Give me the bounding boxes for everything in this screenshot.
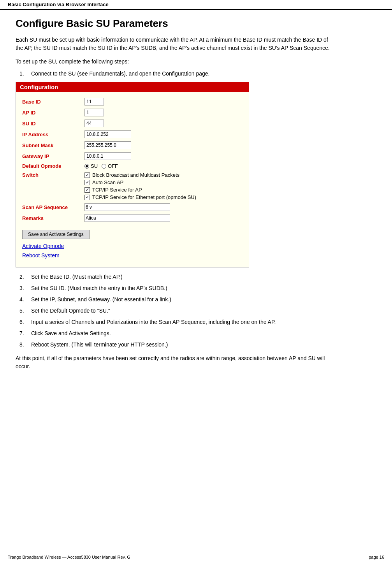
- gateway-ip-row: Gateway IP: [22, 152, 243, 160]
- base-id-label: Base ID: [22, 99, 84, 105]
- step-3: 3. Set the SU ID. (Must match the entry …: [16, 284, 376, 292]
- reboot-system-link-row: Reboot System: [22, 252, 243, 259]
- step-7: 7. Click Save and Activate Settings.: [16, 329, 376, 338]
- step-2-text: Set the Base ID. (Must match the AP.): [31, 273, 123, 281]
- subnet-mask-input[interactable]: [84, 141, 131, 149]
- gateway-ip-input[interactable]: [84, 152, 131, 160]
- config-box: Configuration Base ID AP ID SU ID IP Add…: [16, 82, 249, 267]
- steps-list: 2. Set the Base ID. (Must match the AP.)…: [16, 273, 376, 349]
- step-6-num: 6.: [16, 318, 31, 326]
- config-box-header: Configuration: [16, 82, 249, 92]
- step-6-text: Input a series of Channels and Polarizat…: [31, 318, 276, 326]
- step-6: 6. Input a series of Channels and Polari…: [16, 318, 376, 326]
- config-body: Base ID AP ID SU ID IP Address Subnet Ma…: [16, 92, 249, 267]
- su-id-label: SU ID: [22, 121, 84, 127]
- ap-id-label: AP ID: [22, 110, 84, 116]
- switch-check-2[interactable]: Auto Scan AP: [84, 179, 196, 185]
- activate-opmode-link-row: Activate Opmode: [22, 243, 243, 249]
- su-id-row: SU ID: [22, 120, 243, 127]
- intro-paragraph-2: To set up the SU, complete the following…: [16, 58, 335, 66]
- check-broadcast[interactable]: [84, 172, 90, 178]
- opmode-off-label: OFF: [108, 163, 118, 169]
- scan-ap-row: Scan AP Sequence: [22, 203, 243, 211]
- opmode-off-radio[interactable]: [102, 164, 106, 169]
- remarks-row: Remarks: [22, 214, 243, 222]
- subnet-mask-row: Subnet Mask: [22, 141, 243, 149]
- step-8-text: Reboot System. (This will terminate your…: [31, 341, 168, 349]
- switch-row: Switch Block Broadcast and Multicast Pac…: [22, 172, 243, 200]
- step-7-num: 7.: [16, 329, 31, 338]
- opmode-su-option[interactable]: SU: [84, 163, 98, 169]
- step-2-num: 2.: [16, 273, 31, 281]
- gateway-ip-label: Gateway IP: [22, 153, 84, 159]
- opmode-off-option[interactable]: OFF: [102, 163, 118, 169]
- ap-id-row: AP ID: [22, 109, 243, 116]
- step-1-num: 1.: [16, 70, 31, 78]
- activate-opmode-link[interactable]: Activate Opmode: [22, 243, 64, 249]
- check-tcpip-eth[interactable]: [84, 195, 90, 200]
- default-opmode-label: Default Opmode: [22, 163, 84, 169]
- opmode-radio-group: SU OFF: [84, 163, 118, 169]
- base-id-input[interactable]: [84, 98, 104, 106]
- step-5-text: Set the Default Opmode to "SU.": [31, 307, 110, 315]
- step-3-num: 3.: [16, 284, 31, 292]
- subnet-mask-label: Subnet Mask: [22, 142, 84, 148]
- switch-checkboxes: Block Broadcast and Multicast Packets Au…: [84, 172, 196, 200]
- step-3-text: Set the SU ID. (Must match the entry in …: [31, 284, 167, 292]
- save-activate-button[interactable]: Save and Activate Settings: [22, 230, 90, 239]
- opmode-su-radio[interactable]: [84, 164, 89, 169]
- reboot-system-link[interactable]: Reboot System: [22, 252, 60, 259]
- save-button-container: Save and Activate Settings: [22, 226, 243, 239]
- check-auto-scan-label: Auto Scan AP: [92, 179, 123, 185]
- remarks-input[interactable]: [84, 214, 170, 222]
- page-footer: Trango Broadband Wireless — Access5830 U…: [0, 553, 392, 561]
- ip-address-label: IP Address: [22, 132, 84, 137]
- default-opmode-row: Default Opmode SU OFF: [22, 163, 243, 169]
- check-broadcast-label: Block Broadcast and Multicast Packets: [92, 172, 179, 178]
- remarks-label: Remarks: [22, 215, 84, 221]
- check-tcpip-eth-label: TCP/IP Service for Ethernet port (opmode…: [92, 194, 196, 200]
- step-5: 5. Set the Default Opmode to "SU.": [16, 307, 376, 315]
- step-8-num: 8.: [16, 341, 31, 349]
- main-content: Configure Basic SU Parameters Each SU mu…: [0, 14, 392, 394]
- check-auto-scan[interactable]: [84, 180, 90, 185]
- step-7-text: Click Save and Activate Settings.: [31, 329, 111, 338]
- page-title: Configure Basic SU Parameters: [16, 18, 376, 30]
- base-id-row: Base ID: [22, 98, 243, 106]
- step-1: 1. Connect to the SU (see Fundamentals),…: [16, 70, 376, 78]
- closing-paragraph: At this point, if all of the parameters …: [16, 354, 335, 371]
- switch-check-3[interactable]: TCP/IP Service for AP: [84, 187, 196, 193]
- ip-address-row: IP Address: [22, 130, 243, 138]
- ap-id-input[interactable]: [84, 109, 104, 116]
- step-4: 4. Set the IP, Subnet, and Gateway. (Not…: [16, 295, 376, 304]
- step-4-num: 4.: [16, 295, 31, 304]
- footer-left: Trango Broadband Wireless — Access5830 U…: [8, 555, 130, 559]
- intro-paragraph-1: Each SU must be set up with basic inform…: [16, 36, 335, 52]
- step-5-num: 5.: [16, 307, 31, 315]
- step-1-text: Connect to the SU (see Fundamentals), an…: [31, 70, 209, 78]
- ip-address-input[interactable]: [84, 130, 131, 138]
- step-2: 2. Set the Base ID. (Must match the AP.): [16, 273, 376, 281]
- scan-ap-label: Scan AP Sequence: [22, 204, 84, 210]
- step-8: 8. Reboot System. (This will terminate y…: [16, 341, 376, 349]
- footer-right: page 16: [369, 555, 384, 559]
- switch-label: Switch: [22, 172, 84, 178]
- page-header-title: Basic Configuration via Browser Interfac…: [8, 2, 109, 7]
- check-tcpip-ap[interactable]: [84, 187, 90, 193]
- check-tcpip-ap-label: TCP/IP Service for AP: [92, 187, 142, 193]
- switch-check-4[interactable]: TCP/IP Service for Ethernet port (opmode…: [84, 194, 196, 200]
- scan-ap-input[interactable]: [84, 203, 170, 211]
- su-id-input[interactable]: [84, 120, 104, 127]
- switch-check-1[interactable]: Block Broadcast and Multicast Packets: [84, 172, 196, 178]
- step-4-text: Set the IP, Subnet, and Gateway. (Not es…: [31, 295, 171, 304]
- opmode-su-label: SU: [91, 163, 98, 169]
- page-header: Basic Configuration via Browser Interfac…: [0, 0, 392, 10]
